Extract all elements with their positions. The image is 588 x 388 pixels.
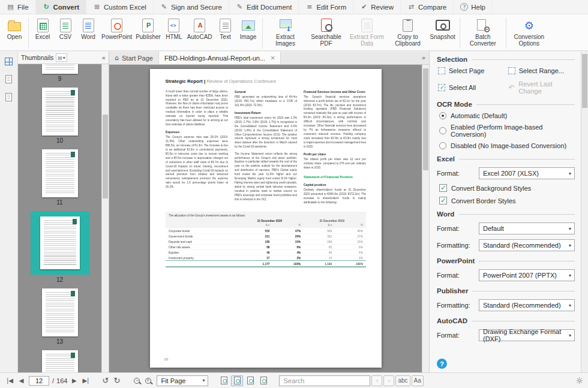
ocr-automatic-radio[interactable]: Automatic (Default) — [439, 112, 575, 119]
app-tab-edit-document[interactable]: ✎Edit Document — [229, 0, 299, 14]
thumbnails-scrollbar[interactable] — [101, 64, 109, 372]
close-icon[interactable]: × — [271, 54, 275, 62]
excel-format-dropdown[interactable]: Excel 2007 (XLSX)▾ — [479, 167, 575, 179]
app-tab-file[interactable]: ▤File — [0, 0, 36, 14]
tab-document[interactable]: FBD-Holdings-Annual-Report-un...× — [159, 52, 281, 64]
thumbnail-page-12-selected[interactable]: 12 — [31, 211, 89, 283]
view-mode-continuous-button[interactable] — [231, 375, 243, 386]
zoom-in-button[interactable] — [143, 375, 153, 386]
copy-to-clipboard-button[interactable]: Copy to Clipboard — [388, 16, 428, 48]
convert-html-button[interactable]: HTML — [163, 16, 185, 41]
previous-page-button[interactable]: ◀ — [16, 375, 26, 386]
publisher-formatting-dropdown[interactable]: Standard (Recommended)▾ — [479, 299, 575, 311]
extract-form-data-icon — [359, 17, 375, 33]
convert-image-button[interactable]: Image — [237, 16, 260, 41]
zoom-out-button[interactable] — [131, 375, 142, 386]
image-icon — [241, 17, 256, 33]
publisher-formatting-row: Formatting: Standard (Recommended)▾ — [437, 299, 575, 311]
convert-csv-button[interactable]: CSV — [54, 16, 77, 41]
convert-word-button[interactable]: Word — [77, 16, 100, 41]
match-case-button[interactable]: Aa — [412, 375, 424, 386]
thumbnails-panel-icon[interactable] — [5, 58, 13, 65]
tab-start-page[interactable]: ⌂Start Page — [109, 52, 159, 64]
conversion-options-button[interactable]: Conversion Options — [509, 16, 550, 48]
rotate-ccw-button[interactable]: ↺ — [100, 375, 110, 386]
snapshot-button[interactable]: Snapshot — [428, 16, 457, 41]
word-format-dropdown[interactable]: Default▾ — [479, 222, 575, 234]
extract-images-button[interactable]: Extract Images — [265, 16, 306, 48]
pdf-page[interactable]: Strategic Report | Review of Operations … — [150, 69, 382, 368]
searchable-pdf-button[interactable]: Searchable PDF — [306, 16, 347, 48]
first-page-button[interactable]: |◀ — [5, 375, 15, 386]
thumbnail-page-13[interactable]: 13 — [42, 288, 78, 345]
select-page-button[interactable]: Select Page — [438, 67, 508, 74]
ocr-disabled-radio[interactable]: Disabled (No Image-based Conversion) — [439, 142, 575, 149]
thumbnail-page-9[interactable]: 9 — [42, 64, 78, 82]
convert-powerpoint-button[interactable]: PowerPoint — [100, 16, 134, 41]
batch-converter-button[interactable]: Batch Converter — [463, 16, 503, 48]
autocad-format-dropdown[interactable]: Drawing Exchange Format (DXF)▾ — [479, 329, 575, 341]
search-input[interactable] — [279, 375, 370, 386]
convert-autocad-button[interactable]: AutoCAD — [185, 16, 214, 41]
search-previous-button[interactable]: ‹ — [371, 375, 382, 386]
theme-toggle-icon[interactable]: ☼ — [575, 376, 583, 386]
convert-publisher-button[interactable]: Publisher — [134, 16, 163, 41]
page-number-input[interactable] — [29, 376, 49, 386]
zoom-level-dropdown[interactable]: Fit Page▾ — [157, 375, 208, 386]
thumbnails-menu-button[interactable]: ▤▾ — [56, 53, 67, 62]
paragraph-title: Capital position — [304, 182, 366, 187]
autocad-icon — [192, 17, 208, 33]
select-all-button[interactable]: Select All — [438, 80, 508, 95]
app-tab-sign-and-secure[interactable]: ✎Sign and Secure — [154, 0, 229, 14]
rotate-cw-button[interactable]: ↻ — [112, 375, 122, 386]
pages-panel-icon[interactable] — [5, 75, 12, 83]
text-columns: A much lower than normal number of large… — [166, 89, 366, 207]
paragraph-title: Financial Services Income and Other Cost… — [304, 89, 366, 94]
table-total-row: 1,177100%1,109100% — [166, 261, 366, 268]
scrollbar-thumb[interactable] — [103, 115, 108, 198]
help-button[interactable]: ? — [437, 359, 447, 369]
app-tab-edit-form[interactable]: ≡Edit Form — [299, 0, 353, 14]
convert-excel-button[interactable]: Excel — [31, 16, 54, 41]
view-mode-book-button[interactable] — [257, 375, 269, 386]
text-column-3: Financial Services Income and Other Cost… — [304, 89, 366, 207]
convert-background-styles-checkbox[interactable]: Convert Background Styles — [439, 184, 575, 192]
app-tab-label: Convert — [53, 4, 79, 11]
app-tab-compare[interactable]: ⇄Compare — [401, 0, 454, 14]
thumbnail-page-partial[interactable] — [42, 350, 78, 372]
scrollbar-thumb[interactable] — [423, 68, 428, 170]
scrollbar-thumb[interactable] — [582, 54, 587, 108]
document-scrollbar[interactable] — [422, 65, 429, 372]
expand-panel-button[interactable]: » — [418, 52, 429, 64]
app-tab-convert[interactable]: ↻Convert — [36, 0, 86, 14]
ocr-enabled-radio[interactable]: Enabled (Perform Image-based Conversion) — [439, 124, 575, 138]
collapse-panel-button[interactable]: « — [101, 54, 106, 62]
zoom-in-icon — [145, 378, 151, 384]
thumbnails-title: Thumbnails — [21, 54, 53, 61]
view-mode-single-button[interactable] — [218, 375, 230, 386]
view-mode-facing-button[interactable] — [244, 375, 256, 386]
paragraph-title: General — [235, 89, 297, 94]
bookmarks-panel-icon[interactable] — [5, 93, 12, 101]
app-tab-custom-excel[interactable]: ⊞Custom Excel — [86, 0, 154, 14]
button-label: Copy to Clipboard — [389, 34, 427, 47]
app-tab-help[interactable]: ?Help — [454, 0, 493, 14]
word-formatting-dropdown[interactable]: Standard (Recommended)▾ — [479, 239, 575, 251]
next-page-button[interactable]: ▶ — [69, 375, 79, 386]
thumbnail-page-10[interactable]: 10 — [42, 88, 78, 144]
selection-highlight — [31, 211, 89, 275]
convert-text-button[interactable]: Text — [214, 16, 237, 41]
zoom-out-icon — [134, 378, 140, 384]
open-button[interactable]: Open — [3, 16, 26, 41]
publisher-icon — [140, 17, 156, 33]
convert-border-styles-checkbox[interactable]: Convert Border Styles — [439, 197, 575, 204]
panel-scrollbar[interactable] — [581, 52, 588, 372]
thumbnail-page-11[interactable]: 11 — [42, 149, 78, 206]
word-formatting-row: Formatting: Standard (Recommended)▾ — [437, 239, 575, 251]
search-next-button[interactable]: › — [383, 375, 394, 386]
last-page-button[interactable]: ▶| — [80, 375, 91, 386]
select-range-button[interactable]: Select Range... — [508, 67, 575, 74]
powerpoint-format-dropdown[interactable]: PowerPoint 2007 (PPTX)▾ — [479, 269, 575, 281]
match-whole-word-button[interactable]: abc — [395, 375, 410, 386]
app-tab-review[interactable]: ✔Review — [353, 0, 401, 14]
